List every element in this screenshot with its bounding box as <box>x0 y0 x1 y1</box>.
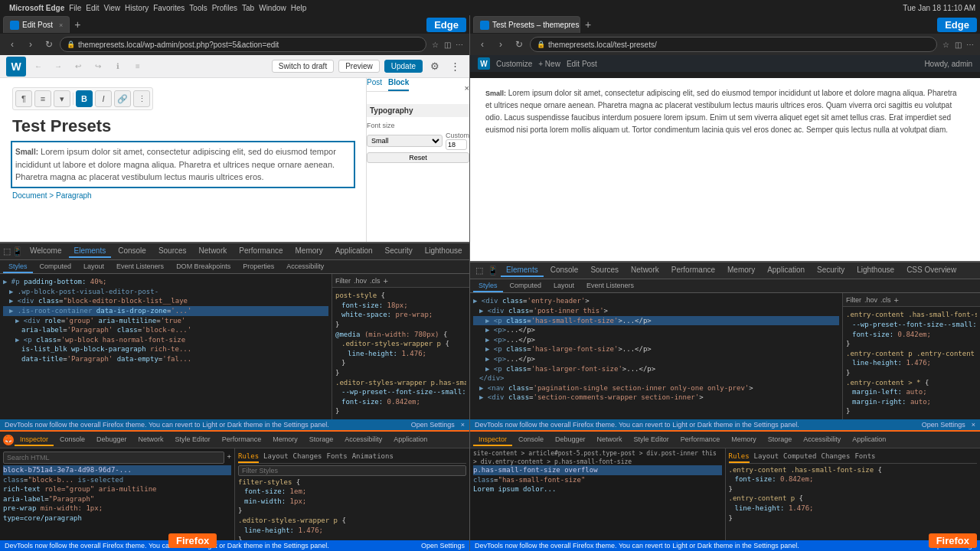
right-dt-tab-elements[interactable]: Elements <box>501 264 544 277</box>
rff-fonts-tab[interactable]: Fonts <box>854 452 875 463</box>
left-new-tab[interactable]: + <box>70 17 85 32</box>
styles-hover-icon[interactable]: .hov <box>354 277 367 285</box>
wp-nav-back[interactable]: ← <box>31 59 46 74</box>
subtab-layout[interactable]: Layout <box>78 261 109 273</box>
right-devtools-settings-btn[interactable]: Open Settings <box>922 421 965 429</box>
subtab-computed[interactable]: Computed <box>34 261 77 273</box>
subtab-accessibility[interactable]: Accessibility <box>281 261 329 273</box>
more-options-icon[interactable]: ⋮ <box>447 60 463 72</box>
styles-plus-icon[interactable]: + <box>384 276 388 285</box>
wp-nav-forward[interactable]: → <box>51 59 66 74</box>
menu-favorites[interactable]: Favorites <box>153 4 185 12</box>
devtools-tab-sources[interactable]: Sources <box>153 245 192 258</box>
devtools-mobile-icon[interactable]: 📱 <box>12 246 23 258</box>
menu-edit[interactable]: Edit <box>86 4 99 12</box>
left-devtools-close[interactable]: × <box>461 421 465 429</box>
right-refresh-btn[interactable]: ↻ <box>511 37 527 52</box>
right-dt-tab-sources[interactable]: Sources <box>585 264 624 277</box>
left-tab-1[interactable]: Edit Post × <box>3 16 70 33</box>
ff-rules-tab[interactable]: Rules <box>238 452 259 463</box>
star-icon[interactable]: ☆ <box>430 39 440 50</box>
collections-icon[interactable]: ◫ <box>442 39 452 50</box>
right-subtab-computed[interactable]: Computed <box>505 280 547 292</box>
wp-redo[interactable]: ↪ <box>90 59 106 74</box>
devtools-tab-security[interactable]: Security <box>380 245 418 258</box>
ff-tab-debugger[interactable]: Debugger <box>91 434 132 446</box>
ff-tab-application[interactable]: Application <box>388 434 433 446</box>
post-tab[interactable]: Post <box>367 78 382 91</box>
devtools-tab-console[interactable]: Console <box>113 245 152 258</box>
menu-view[interactable]: View <box>104 4 121 12</box>
ff-tab-performance[interactable]: Performance <box>217 434 267 446</box>
left-ff-settings-btn[interactable]: Open Settings <box>421 542 465 549</box>
rff-computed-tab[interactable]: Computed <box>783 452 816 463</box>
settings-icon[interactable]: ⚙ <box>427 60 443 72</box>
right-star-icon[interactable]: ☆ <box>940 39 951 50</box>
left-tab-1-close[interactable]: × <box>59 21 63 29</box>
right-cls-icon[interactable]: .cls <box>880 296 891 304</box>
rff-tab-network[interactable]: Network <box>592 434 628 446</box>
rff-rules-tab[interactable]: Rules <box>729 452 750 463</box>
subtab-styles[interactable]: Styles <box>3 261 33 273</box>
devtools-tab-elements[interactable]: Elements <box>69 245 112 258</box>
styles-cls-icon[interactable]: .cls <box>370 277 381 285</box>
ff-filter-input[interactable] <box>238 465 466 476</box>
right-dt-tab-lighthouse[interactable]: Lighthouse <box>851 264 900 277</box>
right-subtab-layout[interactable]: Layout <box>548 280 580 292</box>
align-btn[interactable]: ▾ <box>54 90 70 107</box>
right-collections-icon[interactable]: ◫ <box>952 39 963 50</box>
right-dt-inspect-icon[interactable]: ⬚ <box>473 265 485 277</box>
block-tab[interactable]: Block <box>388 78 409 91</box>
rff-tab-inspector[interactable]: Inspector <box>473 434 512 446</box>
wp-undo[interactable]: ↩ <box>70 59 86 74</box>
right-tab-1[interactable]: Test Presets – themepresets × <box>473 16 580 33</box>
menu-tab[interactable]: Tab <box>242 4 254 12</box>
right-wp-bar-customize[interactable]: Customize <box>496 60 532 68</box>
right-wp-bar-edit-post[interactable]: Edit Post <box>567 60 597 68</box>
devtools-tab-performance[interactable]: Performance <box>234 245 288 258</box>
subtab-dom-breakpoints[interactable]: DOM Breakpoints <box>171 261 236 273</box>
forward-button[interactable]: › <box>23 37 38 52</box>
preview-button[interactable]: Preview <box>338 60 380 73</box>
italic-btn[interactable]: I <box>95 90 112 107</box>
right-dt-tab-application[interactable]: Application <box>762 264 810 277</box>
ff-search-input[interactable] <box>3 452 224 464</box>
devtools-inspect-icon[interactable]: ⬚ <box>3 246 11 258</box>
right-subtab-styles[interactable]: Styles <box>473 280 503 292</box>
editor-paragraph-1[interactable]: Small: Lorem ipsum dolor sit amet, conse… <box>12 142 354 187</box>
ff-tab-console[interactable]: Console <box>54 434 90 446</box>
ff-tab-memory[interactable]: Memory <box>267 434 303 446</box>
wp-list-view[interactable]: ≡ <box>130 59 145 74</box>
wp-logo[interactable]: W <box>6 57 26 77</box>
right-more-icon[interactable]: ⋯ <box>965 39 975 50</box>
menu-tools[interactable]: Tools <box>189 4 207 12</box>
right-forward-btn[interactable]: › <box>493 37 508 52</box>
font-size-select[interactable]: Small Medium Large <box>367 135 443 147</box>
back-button[interactable]: ‹ <box>5 37 20 52</box>
right-subtab-event-listeners[interactable]: Event Listeners <box>581 280 639 292</box>
ff-layout-tab[interactable]: Layout <box>263 452 289 463</box>
devtools-tab-application[interactable]: Application <box>330 245 378 258</box>
ff-changes-tab[interactable]: Changes <box>293 452 322 463</box>
html-line-4[interactable]: ▶ .is-root-container data-is-drop-zone='… <box>3 306 328 316</box>
ff-animations-tab[interactable]: Animations <box>352 452 394 463</box>
left-devtools-settings-btn[interactable]: Open Settings <box>411 421 455 429</box>
menu-profiles[interactable]: Profiles <box>212 4 237 12</box>
switch-to-draft-button[interactable]: Switch to draft <box>272 60 334 73</box>
menu-history[interactable]: History <box>125 4 149 12</box>
rff-tab-console[interactable]: Console <box>513 434 549 446</box>
right-devtools-close[interactable]: × <box>972 421 975 429</box>
rff-tab-style-editor[interactable]: Style Editor <box>629 434 675 446</box>
bold-btn[interactable]: B <box>76 90 93 107</box>
rff-changes-tab[interactable]: Changes <box>821 452 850 463</box>
rff-tab-memory[interactable]: Memory <box>726 434 762 446</box>
menu-help[interactable]: Help <box>291 4 307 12</box>
right-hov-icon[interactable]: .hov <box>864 296 877 304</box>
rff-tab-application[interactable]: Application <box>847 434 891 446</box>
block-panel-close[interactable]: × <box>465 83 469 93</box>
ff-html-1[interactable]: block-b751a4-3e7a-4d98-96d7-... <box>3 465 231 475</box>
devtools-tab-lighthouse[interactable]: Lighthouse <box>420 245 468 258</box>
wp-info[interactable]: ℹ <box>110 59 126 74</box>
font-size-custom-input[interactable] <box>446 139 467 150</box>
right-dt-tab-memory[interactable]: Memory <box>722 264 760 277</box>
